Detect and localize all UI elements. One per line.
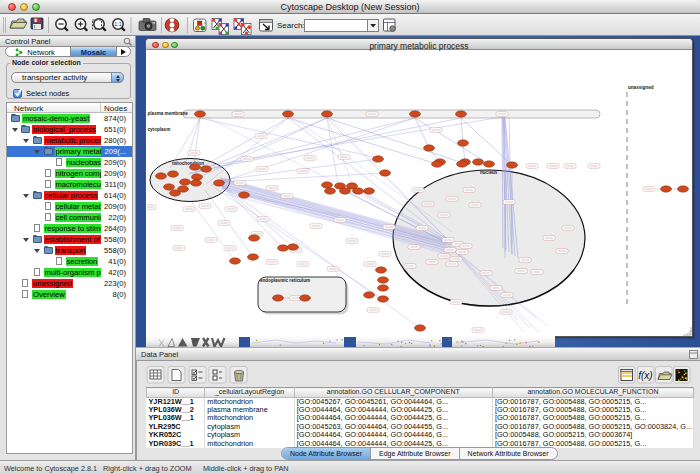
svg-text:endoplasmic reticulum: endoplasmic reticulum — [260, 278, 310, 283]
svg-text:Search:: Search: — [277, 21, 305, 30]
svg-text:f(x): f(x) — [638, 370, 652, 381]
svg-text:unassigned: unassigned — [628, 85, 654, 90]
svg-text:1:1: 1:1 — [114, 21, 122, 27]
svg-text:nucleus: nucleus — [480, 170, 498, 175]
svg-text:plasma membrane: plasma membrane — [148, 111, 189, 116]
svg-text:cytoplasm: cytoplasm — [148, 127, 171, 132]
